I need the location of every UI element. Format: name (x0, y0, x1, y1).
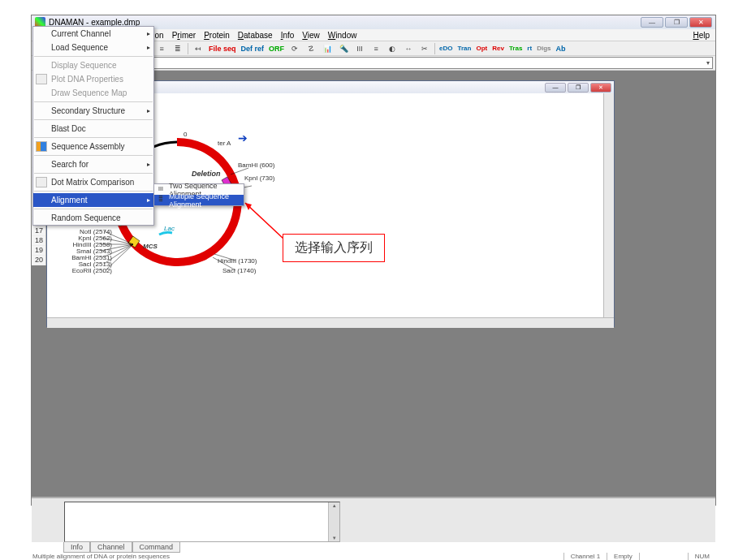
chart-icon[interactable]: 📊 (320, 42, 335, 55)
menu-item-random-sequence[interactable]: Random Sequence (33, 211, 153, 225)
close-button[interactable]: ✕ (689, 17, 712, 28)
minimize-button[interactable]: — (641, 17, 663, 28)
list-icon[interactable]: ≡ (369, 42, 383, 55)
tool-icon-1[interactable]: ⟳ (287, 42, 302, 55)
tab-channel[interactable]: Channel (90, 542, 132, 553)
promoter-arrow-icon: ➔ (238, 131, 248, 144)
bottom-tabs: Info Channel Command (63, 542, 180, 553)
tab-info[interactable]: Info (63, 542, 90, 553)
arrow-left-icon[interactable]: ↤ (191, 42, 205, 55)
submenu-icon: ≣ (156, 196, 166, 205)
scissors-icon[interactable]: ✂ (417, 42, 432, 55)
site-ecori2502: EcoRII (2502) (70, 267, 112, 274)
tab-command[interactable]: Command (132, 542, 181, 553)
edo-button[interactable]: eDO (438, 42, 454, 55)
dot-icon (36, 177, 47, 187)
doc-vscrollbar[interactable] (603, 93, 614, 328)
maximize-button[interactable]: ❐ (665, 17, 688, 28)
defref-button[interactable]: Def ref (240, 42, 266, 55)
assembly-icon (36, 141, 47, 152)
opt-button[interactable]: Opt (474, 42, 489, 55)
status-bar: Multiple alignment of DNA or protein seq… (31, 553, 716, 560)
site-saci1740: SacI (1740) (222, 267, 256, 274)
menu-item-sequence-assembly[interactable]: Sequence Assembly (33, 140, 153, 153)
site-kpni730: KpnI (730) (244, 174, 274, 182)
promoter-label: ter A (218, 140, 231, 147)
doc-minimize-button[interactable]: — (545, 83, 566, 93)
info-vscrollbar[interactable] (328, 502, 339, 541)
tool-icon-2[interactable]: ☡ (304, 42, 318, 55)
site-bamhi600: BamHI (600) (238, 162, 274, 169)
menu-item-load-sequence[interactable]: Load Sequence (33, 41, 153, 54)
doc-maximize-button[interactable]: ❐ (568, 83, 589, 93)
channel-dropdown[interactable] (60, 57, 713, 69)
lac-label: Lac (164, 225, 175, 232)
orf-button[interactable]: ORF (267, 42, 286, 55)
menu-view[interactable]: View (298, 31, 324, 40)
menu-item-plot-dna-properties[interactable]: Plot DNA Properties (33, 72, 153, 86)
menu-item-blast-doc[interactable]: Blast Doc (33, 122, 153, 136)
arrow-icon[interactable]: ↔ (401, 42, 416, 55)
menu-protein[interactable]: Protein (200, 31, 234, 40)
align-left-icon[interactable]: ≡ (154, 42, 169, 55)
zero-label: 0 (184, 131, 187, 138)
info-panel (64, 502, 340, 542)
status-channel: Channel 1 (563, 553, 607, 560)
menu-help[interactable]: Help (689, 31, 714, 40)
submenu-icon: III (156, 186, 166, 194)
menu-database[interactable]: Database (234, 31, 277, 40)
bottom-panel (32, 497, 715, 542)
menu-item-alignment[interactable]: Alignment (33, 193, 153, 207)
menu-item-search-for[interactable]: Search for (33, 157, 153, 171)
search-icon[interactable]: 🔦 (336, 42, 351, 55)
submenu-item-multiple-sequence-alignment[interactable]: ≣Multiple Sequence Alignment (154, 195, 244, 205)
rev-button[interactable]: Rev (490, 42, 506, 55)
align-center-icon[interactable]: ≣ (171, 42, 185, 55)
plot-icon (36, 74, 47, 84)
tran-button[interactable]: Tran (456, 42, 473, 55)
site-hindiii1730: HindIII (1730) (218, 257, 257, 265)
alignment-submenu: IIITwo Sequence Alignment≣Multiple Seque… (153, 183, 244, 206)
menu-item-secondary-structure[interactable]: Secondary Structure (33, 104, 153, 118)
mcs-label: MCS (143, 243, 158, 250)
status-state: Empty (607, 553, 639, 560)
menu-info[interactable]: Info (277, 31, 299, 40)
doc-close-button[interactable]: ✕ (590, 83, 611, 93)
doc-hscrollbar[interactable] (47, 317, 614, 328)
ab-button[interactable]: Ab (554, 42, 567, 55)
sequence-menu: Current ChannelLoad SequenceDisplay Sequ… (32, 26, 154, 226)
tras-button[interactable]: Tras (507, 42, 524, 55)
menu-primer[interactable]: Primer (168, 31, 200, 40)
menu-item-draw-sequence-map[interactable]: Draw Sequence Map (33, 86, 153, 100)
plasmid-title: Deletion (192, 170, 221, 178)
menu-item-dot-matrix-comparison[interactable]: Dot Matrix Comparison (33, 175, 153, 189)
status-message: Multiple alignment of DNA or protein seq… (31, 553, 563, 560)
menu-item-display-sequence[interactable]: Display Sequence (33, 58, 153, 72)
fileseq-button[interactable]: File seq (207, 42, 238, 55)
rt-button[interactable]: rt (525, 42, 533, 55)
menu-item-current-channel[interactable]: Current Channel (33, 27, 153, 41)
menu-window[interactable]: Window (324, 31, 361, 40)
status-mode: NUM (688, 553, 716, 560)
circle-icon[interactable]: ◐ (385, 42, 399, 55)
digs-button[interactable]: Digs (535, 42, 552, 55)
text-icon[interactable]: III (352, 42, 367, 55)
annotation-callout: 选择输入序列 (283, 234, 385, 262)
